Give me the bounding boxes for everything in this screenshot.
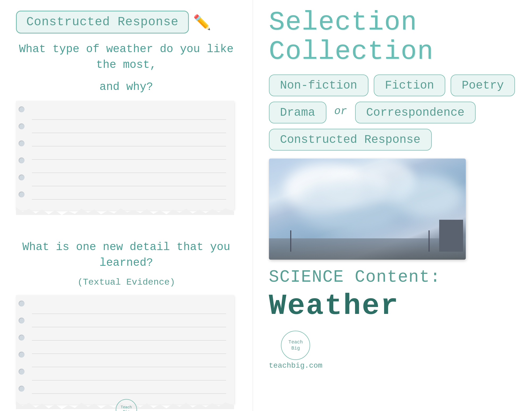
notepad-line	[32, 106, 226, 120]
notepad1-lines	[32, 106, 226, 200]
notepad-line	[32, 173, 226, 186]
weather-image	[269, 159, 466, 260]
genre-poetry-btn[interactable]: Poetry	[451, 74, 515, 96]
spiral-hole	[19, 106, 24, 112]
genre-drama-btn[interactable]: Drama	[269, 102, 326, 123]
genre-nonfiction-btn[interactable]: Non-fiction	[269, 74, 368, 96]
logo-text: Teach Big	[284, 339, 307, 352]
question2b-text: (Textual Evidence)	[16, 277, 237, 287]
notepad-line	[32, 354, 226, 367]
spiral-hole	[19, 301, 24, 306]
question1b-text: and why?	[16, 79, 237, 95]
genre-fiction-btn[interactable]: Fiction	[374, 74, 445, 96]
constructed-response-badge: Constructed Response	[16, 11, 189, 34]
weather-word: Weather	[269, 289, 399, 323]
genre-row-1: Non-fiction Fiction Poetry	[269, 74, 515, 96]
notepad-line	[32, 160, 226, 173]
spiral-hole	[19, 123, 24, 129]
notepad-line	[32, 133, 226, 146]
notepad-line	[32, 301, 226, 314]
notepad-line	[32, 341, 226, 354]
logo-tagline: teachbig.com	[269, 362, 323, 370]
question2-text: What is one new detail that you learned?	[16, 239, 237, 271]
notepad-line	[32, 120, 226, 133]
genre-or-label: or	[332, 102, 350, 123]
notepad-line	[32, 367, 226, 380]
genre-correspondence-btn[interactable]: Correspondence	[355, 102, 476, 123]
notepad-line	[32, 186, 226, 200]
spiral-hole	[19, 335, 24, 341]
notepad-line	[32, 327, 226, 341]
selection-collection-title: Selection Collection	[269, 8, 516, 67]
spiral-hole	[19, 386, 24, 392]
genre-row-2: Drama or Correspondence	[269, 102, 476, 123]
spiral-hole	[19, 192, 24, 197]
spiral-hole	[19, 175, 24, 180]
right-panel: Selection Collection Non-fiction Fiction…	[253, 0, 532, 411]
notepad2	[16, 295, 234, 404]
notepad-line	[32, 146, 226, 160]
logo-circle-small: Teach Big	[116, 399, 137, 411]
notepad2-wrapper	[16, 295, 234, 411]
spiral-hole	[19, 140, 24, 146]
spiral-hole	[19, 157, 24, 163]
science-content-label: SCIENCE Content:	[269, 268, 441, 287]
logo-right: Teach Big teachbig.com	[269, 331, 323, 370]
pencil-icon: ✏️	[193, 14, 211, 31]
logo-circle: Teach Big	[281, 331, 310, 360]
logo-center: Teach Big teachbig.com	[111, 399, 142, 411]
notepad1	[16, 101, 234, 210]
question1-text: What type of weather do you like the mos…	[16, 41, 237, 73]
spiral-hole	[19, 318, 24, 323]
logo-text-small: Teach Big	[118, 405, 135, 411]
notepad-line	[32, 314, 226, 327]
genre-row-3: Constructed Response	[269, 129, 432, 151]
spiral-hole	[19, 369, 24, 375]
spiral1	[16, 106, 24, 197]
notepad-line	[32, 380, 226, 394]
badge-container: Constructed Response ✏️	[16, 11, 211, 34]
genre-constructed-btn[interactable]: Constructed Response	[269, 129, 432, 151]
spiral2	[16, 301, 24, 392]
torn-bottom	[16, 207, 234, 215]
notepad1-wrapper	[16, 101, 234, 223]
spiral-hole	[19, 352, 24, 358]
notepad2-lines	[32, 301, 226, 394]
left-panel: Constructed Response ✏️ What type of wea…	[0, 0, 253, 411]
